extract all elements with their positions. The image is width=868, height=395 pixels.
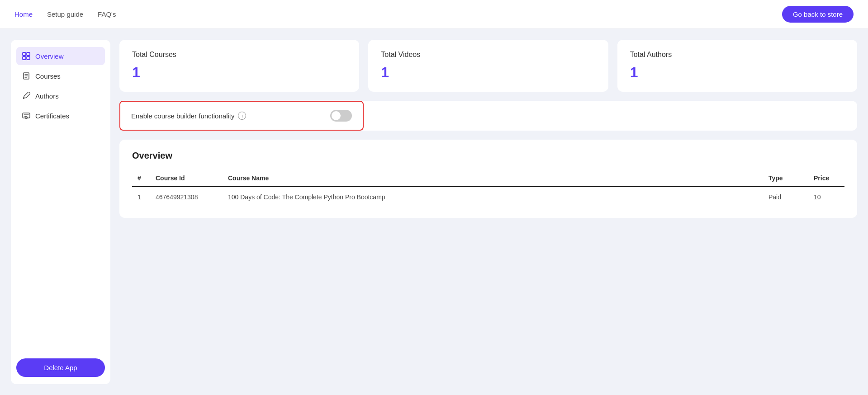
sidebar-item-overview-label: Overview	[35, 52, 64, 60]
sidebar-item-certificates-label: Certificates	[35, 112, 69, 120]
col-header-type: Type	[763, 170, 808, 187]
toggle-slider	[330, 110, 352, 122]
pen-icon	[22, 91, 31, 100]
row-course-name: 100 Days of Code: The Complete Python Pr…	[223, 187, 763, 207]
book-icon	[22, 71, 31, 80]
sidebar-item-courses[interactable]: Courses	[16, 67, 105, 85]
main-layout: Overview Courses Autho	[0, 29, 868, 395]
info-icon[interactable]: i	[238, 112, 246, 120]
stat-card-total-authors: Total Authors 1	[617, 40, 857, 92]
nav-home[interactable]: Home	[14, 10, 33, 18]
col-header-price: Price	[808, 170, 844, 187]
svg-rect-2	[23, 56, 26, 60]
sidebar-item-overview[interactable]: Overview	[16, 47, 105, 65]
toggle-box: Enable course builder functionality i	[119, 101, 364, 131]
stat-value-videos: 1	[381, 64, 595, 81]
course-builder-toggle[interactable]	[330, 110, 352, 122]
top-nav: Home Setup guide FAQ's Go back to store	[0, 0, 868, 29]
svg-rect-0	[23, 52, 26, 56]
toggle-label: Enable course builder functionality	[131, 112, 234, 120]
stat-card-total-videos: Total Videos 1	[368, 40, 608, 92]
svg-rect-3	[27, 56, 30, 60]
toggle-label-row: Enable course builder functionality i	[131, 112, 246, 120]
stat-value-authors: 1	[630, 64, 844, 81]
table-row: 1 467649921308 100 Days of Code: The Com…	[132, 187, 844, 207]
table-header: # Course Id Course Name Type Price	[132, 170, 844, 187]
sidebar-item-authors-label: Authors	[35, 92, 59, 100]
certificate-icon	[22, 111, 31, 120]
sidebar-item-certificates[interactable]: Certificates	[16, 107, 105, 125]
sidebar-item-courses-label: Courses	[35, 72, 61, 80]
row-num: 1	[132, 187, 150, 207]
nav-faqs[interactable]: FAQ's	[98, 10, 116, 18]
nav-links: Home Setup guide FAQ's	[14, 10, 116, 18]
row-price: 10	[808, 187, 844, 207]
nav-setup-guide[interactable]: Setup guide	[47, 10, 83, 18]
sidebar-item-authors[interactable]: Authors	[16, 87, 105, 105]
svg-rect-1	[27, 52, 30, 56]
overview-title: Overview	[132, 150, 844, 161]
stats-row: Total Courses 1 Total Videos 1 Total Aut…	[119, 40, 857, 92]
sidebar-nav: Overview Courses Autho	[16, 47, 105, 125]
row-type: Paid	[763, 187, 808, 207]
col-header-num: #	[132, 170, 150, 187]
grid-icon	[22, 52, 31, 61]
stat-title-videos: Total Videos	[381, 51, 595, 59]
stat-title-authors: Total Authors	[630, 51, 844, 59]
content-area: Total Courses 1 Total Videos 1 Total Aut…	[119, 40, 857, 384]
delete-app-button[interactable]: Delete App	[16, 358, 105, 377]
col-header-course-id: Course Id	[150, 170, 223, 187]
row-course-id: 467649921308	[150, 187, 223, 207]
stat-card-total-courses: Total Courses 1	[119, 40, 359, 92]
table-body: 1 467649921308 100 Days of Code: The Com…	[132, 187, 844, 207]
stat-value-courses: 1	[132, 64, 346, 81]
overview-section: Overview # Course Id Course Name Type Pr…	[119, 140, 857, 218]
svg-rect-4	[23, 113, 30, 118]
toggle-section: Enable course builder functionality i	[119, 101, 857, 131]
sidebar: Overview Courses Autho	[11, 40, 110, 384]
go-back-button[interactable]: Go back to store	[782, 6, 854, 23]
overview-table: # Course Id Course Name Type Price 1 467…	[132, 170, 844, 207]
stat-title-courses: Total Courses	[132, 51, 346, 59]
col-header-course-name: Course Name	[223, 170, 763, 187]
